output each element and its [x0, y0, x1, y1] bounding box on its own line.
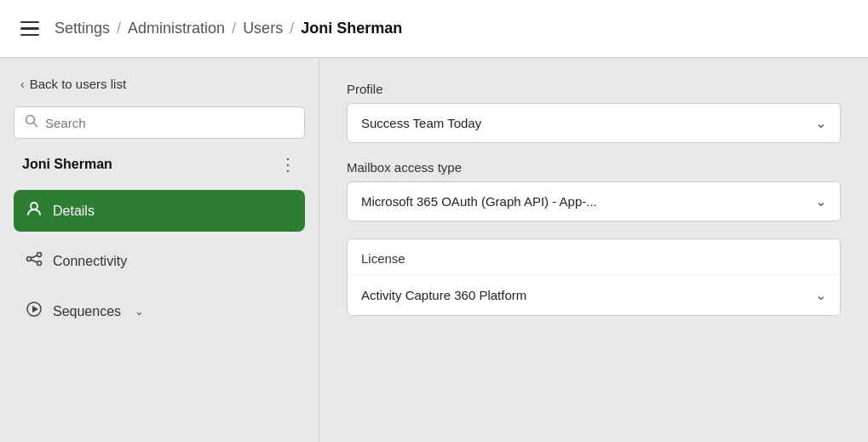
back-chevron-icon: ‹ [20, 77, 25, 91]
search-icon [25, 114, 38, 131]
svg-line-6 [32, 255, 37, 258]
search-input[interactable] [45, 116, 294, 130]
breadcrumb-settings[interactable]: Settings [55, 20, 110, 37]
breadcrumb: Settings / Administration / Users / Joni… [55, 20, 402, 37]
svg-point-3 [27, 257, 32, 261]
license-value: Activity Capture 360 Platform [361, 288, 526, 302]
connectivity-label: Connectivity [53, 254, 127, 269]
sequences-icon [26, 301, 43, 322]
profile-value: Success Team Today [361, 116, 481, 130]
sequences-label: Sequences [53, 304, 121, 319]
svg-marker-9 [32, 306, 38, 313]
separator-1: / [117, 20, 121, 37]
profile-dropdown[interactable]: Success Team Today ⌄ [347, 103, 841, 143]
nav-item-sequences[interactable]: Sequences ⌄ [14, 290, 305, 332]
more-options-icon[interactable]: ⋮ [279, 154, 296, 175]
license-label: License [348, 239, 840, 275]
breadcrumb-users[interactable]: Users [243, 20, 283, 37]
connectivity-icon [26, 250, 43, 272]
mailbox-value: Microsoft 365 OAuth (Graph API) - App-..… [361, 194, 597, 209]
menu-button[interactable] [17, 18, 43, 40]
breadcrumb-administration[interactable]: Administration [128, 20, 225, 37]
sidebar-user-name: Joni Sherman [22, 157, 112, 172]
license-card: License Activity Capture 360 Platform ⌄ [347, 238, 841, 316]
breadcrumb-current-user: Joni Sherman [301, 20, 402, 37]
svg-point-4 [37, 253, 42, 257]
profile-dropdown-icon: ⌄ [815, 115, 826, 131]
nav-item-connectivity[interactable]: Connectivity [14, 240, 305, 282]
license-dropdown-icon: ⌄ [815, 287, 826, 303]
sequences-expand-icon[interactable]: ⌄ [135, 305, 144, 318]
mailbox-label: Mailbox access type [347, 160, 841, 175]
search-box[interactable] [14, 106, 305, 139]
svg-point-5 [37, 261, 42, 266]
user-row: Joni Sherman ⋮ [14, 147, 305, 181]
separator-3: / [290, 20, 294, 37]
mailbox-field: Mailbox access type Microsoft 365 OAuth … [347, 160, 841, 221]
svg-point-2 [31, 203, 37, 210]
mailbox-dropdown-icon: ⌄ [815, 193, 826, 210]
details-icon [26, 200, 43, 221]
profile-label: Profile [347, 82, 841, 96]
mailbox-dropdown[interactable]: Microsoft 365 OAuth (Graph API) - App-..… [347, 181, 841, 221]
sidebar: ‹ Back to users list Joni Sherman ⋮ [0, 58, 319, 442]
license-dropdown[interactable]: Activity Capture 360 Platform ⌄ [348, 275, 840, 315]
back-label: Back to users list [30, 77, 126, 91]
layout: ‹ Back to users list Joni Sherman ⋮ [0, 58, 868, 442]
profile-field: Profile Success Team Today ⌄ [347, 82, 841, 143]
svg-line-7 [32, 260, 37, 262]
header: Settings / Administration / Users / Joni… [0, 0, 868, 58]
nav-item-details[interactable]: Details [14, 190, 305, 232]
svg-line-1 [34, 123, 37, 127]
back-to-users-link[interactable]: ‹ Back to users list [14, 73, 305, 95]
main-content: Profile Success Team Today ⌄ Mailbox acc… [319, 58, 868, 442]
separator-2: / [232, 20, 236, 37]
details-label: Details [53, 204, 95, 219]
